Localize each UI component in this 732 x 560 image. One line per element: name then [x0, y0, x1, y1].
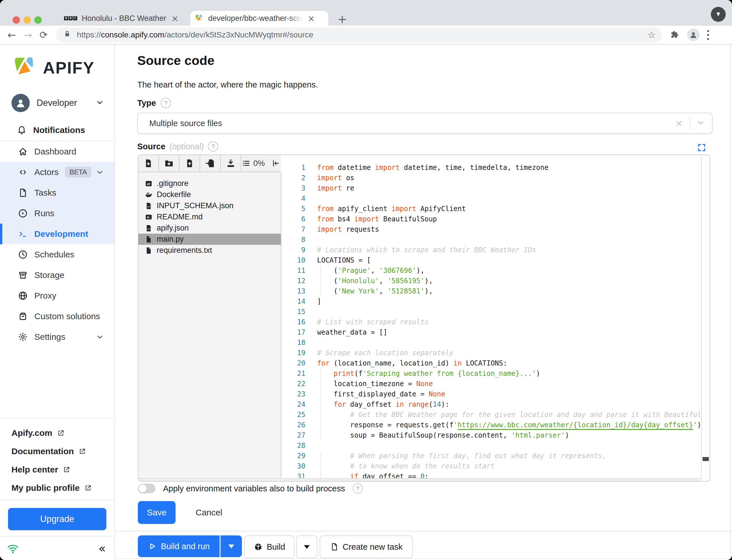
scrollbar-thumb[interactable]: [703, 457, 709, 461]
sidebar-item-custom-solutions[interactable]: Custom solutions: [0, 306, 114, 327]
line-number: 23: [281, 389, 306, 399]
gear-icon: [18, 332, 28, 342]
macos-minimize-button[interactable]: [23, 16, 31, 24]
cancel-button[interactable]: Cancel: [190, 501, 228, 524]
section-divider: [115, 531, 732, 531]
sidebar-item-notifications[interactable]: Notifications: [0, 121, 114, 139]
sidebar-link-my-public-profile[interactable]: My public profile: [0, 479, 114, 497]
sidebar-item-runs[interactable]: Runs: [0, 203, 114, 224]
collapse-sidebar-icon[interactable]: «: [98, 541, 106, 555]
type-label: Type: [137, 98, 156, 108]
sidebar-item-schedules[interactable]: Schedules: [0, 244, 114, 265]
new-file-button[interactable]: [138, 155, 159, 172]
indent-guide: [321, 399, 321, 410]
code-line-6: from bs4 import BeautifulSoup: [317, 214, 701, 224]
download-button[interactable]: [221, 155, 241, 172]
sidebar-link-help-center[interactable]: Help center: [0, 460, 114, 479]
file-item-apify-json[interactable]: </>apify.json: [138, 223, 281, 234]
sidebar-bottom-bar: «: [0, 537, 114, 560]
chevron-down-icon[interactable]: [696, 118, 705, 128]
code-line-14: ]: [317, 296, 701, 307]
code-editor[interactable]: 1234567891011121314151617181920212223242…: [281, 155, 701, 479]
url-bar[interactable]: https://console.apify.com/actors/dev/k5t…: [56, 27, 662, 42]
file-item-requirements-txt[interactable]: requirements.txt: [138, 245, 281, 256]
line-number: 24: [281, 399, 306, 410]
tab-apify-console[interactable]: developer/bbc-weather-scrape ×: [191, 11, 328, 26]
bookmark-star-icon[interactable]: ☆: [647, 29, 656, 40]
tab-close-icon[interactable]: ×: [171, 13, 179, 23]
sidebar-item-proxy[interactable]: Proxy: [0, 285, 114, 306]
line-number: 31: [281, 471, 306, 479]
vertical-scrollbar[interactable]: [701, 155, 710, 479]
apify-favicon-icon: [195, 14, 204, 23]
type-select-value: Multiple source files: [149, 119, 222, 128]
sidebar-item-development[interactable]: Development: [0, 224, 114, 244]
editor-zoom-control[interactable]: 0%: [241, 155, 281, 172]
sidebar-item-settings[interactable]: Settings: [0, 327, 114, 347]
help-question-icon[interactable]: ?: [161, 98, 171, 108]
upload-file-button[interactable]: [180, 155, 200, 172]
extensions-puzzle-icon[interactable]: [670, 30, 680, 40]
chrome-profile-avatar[interactable]: [687, 29, 700, 41]
import-file-button[interactable]: [200, 155, 221, 172]
screenshot: BBC Honolulu - BBC Weather × developer/b…: [0, 0, 732, 560]
page-title: Source code: [137, 53, 215, 68]
markdown-file-icon: M↓: [145, 213, 153, 221]
file-item-main-py[interactable]: main.py: [138, 234, 281, 245]
file-item-dockerfile[interactable]: Dockerfile: [138, 189, 281, 200]
help-question-icon[interactable]: ?: [208, 141, 218, 152]
line-number-gutter: 1234567891011121314151617181920212223242…: [281, 162, 306, 479]
sidebar-link-apify-com[interactable]: Apify.com: [0, 424, 114, 442]
sidebar: APIFY Developer Notifications DashboardA…: [0, 45, 115, 560]
forward-icon[interactable]: →: [23, 29, 32, 41]
git-file-icon: git: [145, 180, 153, 188]
file-item-input-schema-json[interactable]: </>INPUT_SCHEMA.json: [138, 200, 281, 211]
code-line-4: [317, 193, 701, 204]
save-button[interactable]: Save: [138, 501, 176, 524]
create-new-task-button[interactable]: Create new task: [320, 535, 413, 558]
help-question-icon[interactable]: ?: [353, 483, 363, 494]
collapse-tree-icon[interactable]: [272, 159, 280, 168]
back-icon[interactable]: ←: [7, 29, 16, 41]
env-variables-toggle[interactable]: [138, 484, 156, 493]
horizontal-scrollbar[interactable]: [138, 478, 701, 481]
macos-close-button[interactable]: [13, 16, 20, 24]
tab-bbc-weather[interactable]: BBC Honolulu - BBC Weather ×: [60, 11, 189, 26]
main-content: Source code The heart of the actor, wher…: [115, 45, 732, 560]
build-and-run-dropdown[interactable]: [220, 535, 242, 557]
clear-selection-icon[interactable]: ×: [675, 118, 683, 129]
file-item-readme-md[interactable]: M↓README.md: [138, 211, 281, 223]
bbc-favicon-icon: BBC: [64, 16, 77, 20]
sidebar-item-label: Tasks: [34, 188, 56, 198]
code-line-29: # When parsing the first day, find out w…: [317, 451, 701, 461]
caret-down-icon: [304, 545, 310, 549]
macos-zoom-button[interactable]: [34, 16, 42, 24]
upgrade-button[interactable]: Upgrade: [8, 508, 106, 530]
tab-close-icon[interactable]: ×: [308, 13, 315, 23]
sidebar-item-dashboard[interactable]: Dashboard: [0, 141, 114, 162]
sidebar-item-storage[interactable]: Storage: [0, 265, 114, 285]
account-switcher[interactable]: Developer: [0, 92, 114, 114]
sidebar-link-documentation[interactable]: Documentation: [0, 442, 114, 460]
type-select[interactable]: Multiple source files ×: [137, 113, 713, 134]
line-number: 1: [281, 162, 306, 173]
reload-icon[interactable]: ⟳: [39, 29, 48, 41]
sidebar-item-actors[interactable]: ActorsBETA: [0, 162, 114, 182]
apify-logo[interactable]: APIFY: [11, 54, 95, 81]
build-dropdown[interactable]: [296, 535, 318, 558]
indent-guide: [321, 368, 321, 379]
link-label: Help center: [11, 465, 58, 474]
tab-search-button[interactable]: ▾: [711, 7, 726, 22]
sidebar-links: Apify.comDocumentationHelp centerMy publ…: [0, 424, 114, 497]
code-line-10: LOCATIONS = [: [317, 255, 701, 265]
sidebar-item-label: Schedules: [34, 250, 74, 259]
chrome-menu-icon[interactable]: [707, 30, 709, 40]
fullscreen-expand-icon[interactable]: [697, 143, 706, 152]
new-folder-button[interactable]: [159, 155, 180, 172]
sidebar-item-tasks[interactable]: Tasks: [0, 182, 114, 203]
build-button[interactable]: Build: [244, 535, 295, 558]
new-tab-button[interactable]: +: [338, 13, 347, 26]
build-and-run-button[interactable]: Build and run: [138, 535, 220, 557]
page-scrollbar[interactable]: [730, 45, 731, 560]
file-item--gitignore[interactable]: git.gitignore: [138, 178, 281, 189]
